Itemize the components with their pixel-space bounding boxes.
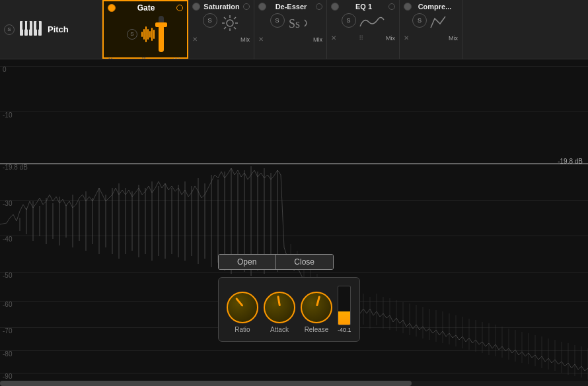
svg-line-15 [234, 17, 236, 19]
des-icon: Ss [287, 13, 311, 33]
svg-point-8 [227, 20, 233, 26]
sat-dot[interactable] [243, 3, 250, 10]
des-mix-label: Mix [313, 36, 322, 43]
gate-open-btn[interactable]: Open [219, 255, 276, 269]
des-power-btn[interactable] [258, 3, 266, 11]
svg-line-14 [234, 27, 236, 29]
plugin-pitch[interactable]: S Pitch [0, 0, 102, 59]
plugin-saturation[interactable]: Saturation S ✕ Mix [188, 0, 254, 59]
gate-name: Gate [116, 3, 176, 13]
comp-solo-btn[interactable]: S [412, 13, 427, 28]
eq-power-btn[interactable] [331, 3, 339, 11]
eq-mix-label: Mix [386, 35, 395, 42]
gate-open-close: Open Close [218, 254, 334, 270]
attack-knob[interactable] [264, 292, 295, 323]
svg-text:Ss: Ss [289, 17, 300, 30]
sat-power-btn[interactable] [192, 3, 200, 11]
release-knob[interactable] [301, 292, 332, 323]
pitch-icon [18, 16, 44, 44]
eq-x-btn[interactable]: ✕ [331, 34, 336, 42]
svg-rect-6 [27, 21, 30, 30]
svg-line-13 [224, 17, 226, 19]
svg-line-16 [224, 27, 226, 29]
eq-solo-btn[interactable]: S [342, 13, 356, 28]
gate-popup-panel: Ratio Attack Release -40.1 [218, 277, 360, 342]
plugin-gate[interactable]: Gate S ✕ ⠿ Mix [102, 0, 188, 59]
comp-x-btn[interactable]: ✕ [404, 34, 409, 42]
eq-dot[interactable] [388, 3, 395, 10]
ratio-label: Ratio [235, 326, 250, 333]
main-scrollbar[interactable] [0, 381, 588, 386]
level-fill [338, 311, 350, 325]
comp-mix-label: Mix [449, 35, 458, 42]
des-name: De-Esser [266, 3, 316, 11]
db-label-right: -19.8 dB [558, 158, 583, 165]
main-area: 0 -10 -19.8 dB -30 -40 -50 -60 -70 -80 -… [0, 59, 588, 386]
eq-dots[interactable]: ⠿ [359, 34, 363, 42]
level-meter [338, 286, 351, 325]
gate-fader[interactable] [159, 16, 164, 52]
comp-icon [429, 13, 449, 32]
release-knob-container: Release [301, 292, 332, 333]
level-value: -40.1 [338, 327, 351, 333]
ratio-knob-container: Ratio [227, 292, 258, 333]
attack-knob-container: Attack [264, 292, 295, 333]
sat-mix-label: Mix [240, 36, 250, 43]
eq-name: EQ 1 [339, 3, 388, 11]
sat-x-btn[interactable]: ✕ [192, 36, 198, 43]
ratio-knob[interactable] [227, 292, 258, 323]
sat-solo-btn[interactable]: S [203, 13, 217, 28]
gate-solo-btn[interactable]: S [127, 29, 137, 40]
des-dot[interactable] [316, 3, 322, 10]
gate-waveform-icon [141, 24, 155, 44]
gate-dot[interactable] [176, 5, 183, 11]
sat-icon [220, 13, 240, 33]
release-label: Release [305, 326, 329, 333]
svg-rect-5 [22, 21, 25, 30]
pitch-solo-btn[interactable]: S [4, 24, 15, 35]
svg-rect-7 [36, 21, 39, 30]
sat-name: Saturation [200, 3, 243, 11]
attack-label: Attack [270, 326, 289, 333]
comp-name: Compre... [412, 3, 458, 11]
comp-power-btn[interactable] [404, 3, 412, 11]
plugin-strip: S Pitch Gate S [0, 0, 588, 59]
plugin-eq1[interactable]: EQ 1 S ✕ ⠿ Mix [327, 0, 400, 59]
des-x-btn[interactable]: ✕ [258, 36, 264, 43]
eq-icon [359, 13, 385, 32]
level-meter-container: -40.1 [338, 286, 351, 333]
scrollbar-thumb[interactable] [0, 381, 412, 386]
plugin-compressor[interactable]: Compre... S ✕ Mix [400, 0, 462, 59]
gate-close-btn[interactable]: Close [276, 255, 333, 269]
gate-power-btn[interactable] [108, 4, 116, 12]
des-solo-btn[interactable]: S [270, 13, 285, 28]
pitch-label: Pitch [48, 24, 69, 34]
plugin-de-esser[interactable]: De-Esser S Ss ✕ Mix [254, 0, 327, 59]
